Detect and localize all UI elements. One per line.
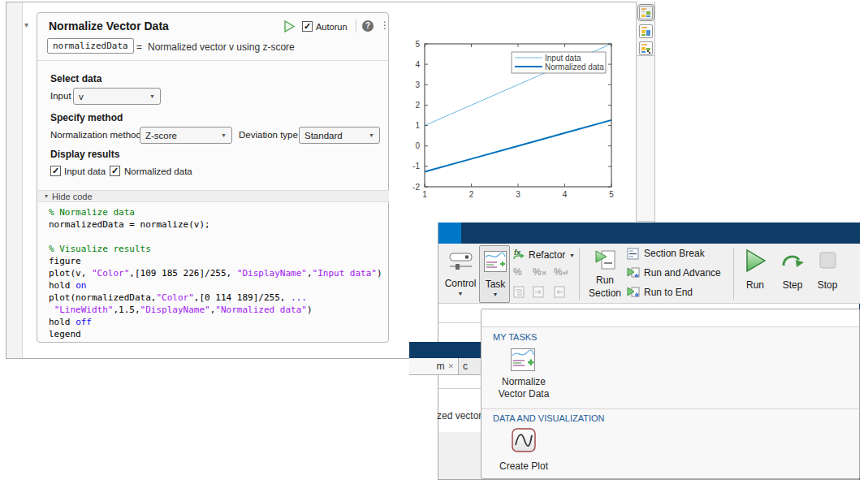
gallery-search-strip[interactable] [482,309,859,327]
item-label-line2: Vector Data [493,388,555,400]
control-button[interactable]: Control ▼ [442,245,479,302]
output-inline-icon[interactable] [639,6,653,19]
svg-text:5: 5 [609,190,614,199]
gallery-item-normalize-vector-data[interactable]: Normalize Vector Data [493,345,555,402]
help-icon[interactable]: ? [362,20,374,32]
editor-view-strip [636,2,655,222]
run-to-end-button[interactable]: Run to End [627,286,728,302]
comment-icon[interactable]: % [513,266,522,278]
header-divider [356,19,356,32]
refactor-label: Refactor [529,249,565,261]
refactor-button[interactable]: fx Refactor ▼ [512,248,579,264]
indent-left-icon[interactable] [554,286,565,298]
background-titlebar-fragment [409,342,481,358]
run-section-icon [594,248,617,271]
step-button[interactable]: Step [775,247,810,300]
input-data-checkbox[interactable]: ✓ [50,166,61,176]
layout-thumbnail-icon [640,25,652,37]
equals-sign: = [136,41,142,53]
svg-text:4: 4 [415,60,420,69]
strip-divider [637,55,654,56]
hide-code-view-icon[interactable] [639,41,653,55]
editor-tab[interactable]: c [463,361,468,372]
hide-code-toggle[interactable]: ▾ Hide code [38,190,389,202]
svg-text:1: 1 [422,190,427,199]
check-icon: ✓ [111,166,119,175]
gallery-item-create-plot[interactable]: Create Plot [493,426,555,475]
svg-text:3: 3 [415,80,420,89]
normalization-method-dropdown[interactable]: Z-score ▼ [140,127,232,144]
input-data-dropdown[interactable]: v ▼ [73,88,161,105]
autorun-label: Autorun [316,22,348,32]
collapse-arrow-icon: ▾ [45,192,48,200]
run-section-label-1: Run [585,274,625,286]
task-panel: Normalize Vector Data ✓ Autorun ? ⋮ norm… [37,12,389,343]
wrap-comments-icon[interactable]: %⏎ [554,266,568,278]
screenshot-canvas: ▾ Normalize Vector Data ✓ Autorun ? ⋮ no… [0,0,868,484]
background-tabbar-fragment: m ✕ c [409,358,481,375]
task-button[interactable]: Task ▼ [479,245,510,303]
task-label: Task [480,279,511,290]
uncomment-icon[interactable]: %✕ [533,266,546,278]
svg-text:5: 5 [415,40,420,49]
chevron-down-icon: ▼ [569,253,575,258]
normalized-data-checkbox[interactable]: ✓ [110,166,120,176]
chevron-down-icon: ▼ [480,292,511,297]
comment-button-row: % %✕ %⏎ [513,266,578,281]
input-data-checkbox-label: Input data [64,166,106,176]
control-icon [449,252,473,271]
task-summary: Normalized vector v using z-score [148,41,295,53]
indent-button-row [513,286,578,300]
toolstrip: Control ▼ Task ▼ [438,244,860,304]
run-section-label-2: Section [585,287,625,299]
deviation-type-value: Standard [304,131,343,140]
item-label: Create Plot [493,460,555,472]
section-break-label: Section Break [644,248,705,259]
smart-indent-icon[interactable] [513,286,525,298]
run-section-button[interactable]: Run Section [585,245,625,302]
svg-text:0: 0 [415,141,420,150]
chevron-down-icon: ▼ [221,132,227,138]
normalized-data-checkbox-label: Normalized data [124,166,192,176]
svg-text:4: 4 [563,190,568,199]
deviation-type-dropdown[interactable]: Standard ▼ [299,127,380,144]
svg-text:Normalized data: Normalized data [545,63,604,71]
section-break-button[interactable]: Section Break [627,247,728,263]
svg-text:-1: -1 [412,162,420,171]
normalize-task-icon [511,348,535,371]
run-icon [745,248,767,273]
task-code-editor[interactable]: % Normalize datanormalizedData = normali… [49,206,385,340]
run-and-advance-button[interactable]: Run and Advance [627,266,728,283]
task-gallery-popup: MY TASKS Normalize Vector Data DATA AND … [481,309,860,479]
close-icon[interactable]: ✕ [447,362,454,370]
run-and-advance-icon [627,267,640,279]
control-label: Control [442,278,479,289]
data-and-visualization-header: DATA AND VISUALIZATION [493,413,605,423]
run-button[interactable]: Run [739,247,771,300]
output-on-right-icon[interactable] [639,24,653,38]
output-variable-field[interactable]: normalizedData [47,38,134,54]
hide-code-label: Hide code [52,192,93,201]
toolstrip-separator [579,248,580,300]
section-collapse-icon[interactable]: ▾ [24,20,28,29]
step-label: Step [775,279,810,291]
window-titlebar [438,223,860,244]
svg-text:3: 3 [516,190,520,199]
titlebar-accent [438,223,461,244]
svg-text:2: 2 [469,190,474,199]
chevron-down-icon: ▼ [149,93,155,99]
indent-right-icon[interactable] [533,286,544,298]
editor-gutter [6,2,23,358]
run-to-end-label: Run to End [644,287,693,298]
toolstrip-separator [733,248,734,300]
my-tasks-header: MY TASKS [493,332,537,342]
autorun-checkbox[interactable]: ✓ [302,21,313,32]
svg-text:-2: -2 [412,183,420,192]
svg-text:2: 2 [415,101,420,110]
stop-button[interactable]: Stop [812,247,843,300]
chevron-down-icon: ▼ [442,291,479,296]
run-task-button[interactable] [284,20,295,36]
layout-thumbnail-icon [640,42,652,54]
editor-tab[interactable]: m ✕ [409,358,459,374]
create-plot-icon [512,428,536,452]
